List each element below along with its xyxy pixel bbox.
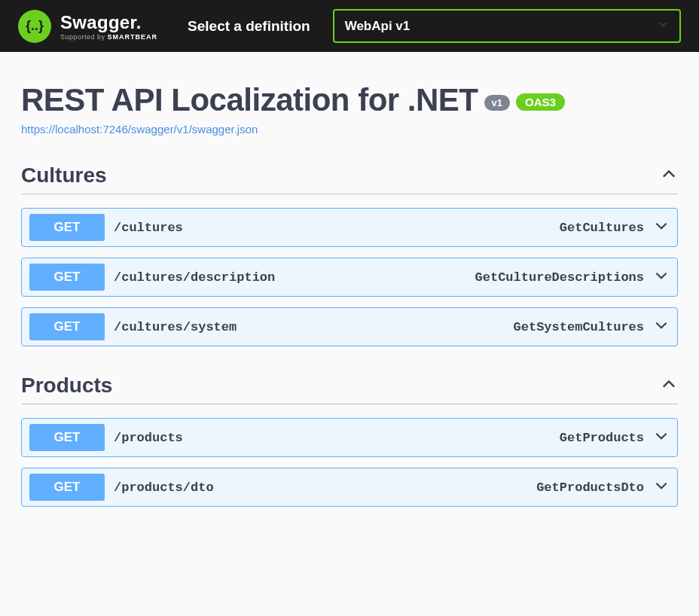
http-method-badge: GET: [29, 424, 105, 451]
http-method-badge: GET: [29, 214, 105, 241]
op-get-products-dto[interactable]: GET /products/dto GetProductsDto: [21, 468, 678, 507]
main-content: REST API Localization for .NET v1 OAS3 h…: [0, 52, 699, 507]
chevron-up-icon: [660, 375, 678, 396]
swagger-logo: {..} Swagger. Supported by SMARTBEAR: [18, 10, 157, 43]
definition-select[interactable]: WebApi v1: [333, 9, 681, 43]
op-path: /products: [114, 431, 551, 445]
op-get-cultures[interactable]: GET /cultures GetCultures: [21, 208, 678, 247]
swagger-name: Swagger.: [60, 12, 157, 33]
products-tag-header[interactable]: Products: [21, 374, 678, 404]
op-id: GetCultures: [560, 221, 644, 235]
products-tag-name: Products: [21, 374, 112, 398]
op-id: GetProducts: [560, 431, 644, 445]
op-id: GetCultureDescriptions: [475, 270, 644, 285]
oas-badge: OAS3: [516, 93, 565, 111]
op-id: GetSystemCultures: [514, 320, 644, 334]
op-path: /cultures/system: [114, 320, 505, 334]
chevron-down-icon: [653, 428, 670, 447]
swagger-logo-text: Swagger. Supported by SMARTBEAR: [60, 12, 157, 41]
op-path: /cultures: [114, 221, 551, 235]
cultures-section: Cultures GET /cultures GetCultures GET /…: [21, 163, 678, 346]
op-path: /products/dto: [114, 480, 527, 495]
definition-label: Select a definition: [188, 18, 310, 35]
chevron-down-icon: [657, 18, 669, 34]
chevron-down-icon: [653, 477, 670, 497]
topbar: {..} Swagger. Supported by SMARTBEAR Sel…: [0, 0, 699, 52]
chevron-down-icon: [653, 317, 670, 337]
http-method-badge: GET: [29, 474, 105, 501]
op-id: GetProductsDto: [536, 480, 644, 495]
op-get-culture-descriptions[interactable]: GET /cultures/description GetCultureDesc…: [21, 258, 678, 297]
op-get-products[interactable]: GET /products GetProducts: [21, 418, 678, 457]
http-method-badge: GET: [29, 313, 105, 340]
version-badge: v1: [484, 95, 510, 111]
cultures-tag-name: Cultures: [21, 163, 107, 188]
cultures-tag-header[interactable]: Cultures: [21, 163, 678, 194]
products-section: Products GET /products GetProducts GET /…: [21, 374, 678, 507]
spec-url-link[interactable]: https://localhost:7246/swagger/v1/swagge…: [21, 123, 258, 136]
chevron-down-icon: [653, 218, 670, 237]
api-title: REST API Localization for .NET: [21, 82, 478, 118]
swagger-logo-icon: {..}: [18, 10, 51, 43]
chevron-down-icon: [653, 267, 670, 287]
definition-selected-value: WebApi v1: [345, 19, 411, 34]
op-path: /cultures/description: [114, 270, 466, 285]
supported-brand: SMARTBEAR: [108, 33, 158, 41]
title-row: REST API Localization for .NET v1 OAS3: [21, 82, 678, 118]
op-get-system-cultures[interactable]: GET /cultures/system GetSystemCultures: [21, 307, 678, 346]
chevron-up-icon: [660, 165, 678, 186]
supported-prefix: Supported by: [60, 33, 108, 41]
supported-by-label: Supported by SMARTBEAR: [60, 33, 157, 41]
http-method-badge: GET: [29, 264, 105, 291]
